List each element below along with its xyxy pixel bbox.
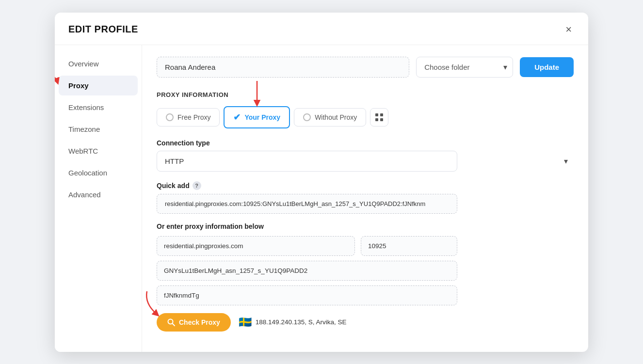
sidebar-item-advanced[interactable]: Advanced — [59, 185, 138, 205]
sidebar-item-webrtc[interactable]: WebRTC — [59, 141, 138, 161]
folder-select-wrap: Choose folder ▾ — [416, 57, 513, 78]
password-input[interactable] — [157, 285, 457, 305]
grid-icon-button[interactable] — [370, 108, 388, 127]
svg-line-8 — [173, 323, 175, 326]
svg-rect-4 — [375, 118, 378, 121]
check-icon: ✔ — [233, 112, 241, 123]
proxy-result: 🇸🇪 188.149.240.135, S, Arvika, SE — [239, 316, 347, 329]
proxy-tab-without[interactable]: Without Proxy — [294, 108, 366, 127]
sidebar: Overview Proxy Extensions Timezon — [55, 45, 142, 352]
modal-header: EDIT PROFILE × — [55, 13, 588, 45]
sidebar-item-proxy[interactable]: Proxy — [59, 76, 138, 95]
svg-rect-2 — [375, 113, 378, 116]
proxy-tab-without-label: Without Proxy — [315, 113, 357, 121]
proxy-tab-your-label: Your Proxy — [244, 113, 280, 121]
help-icon[interactable]: ? — [193, 181, 201, 190]
proxy-tab-free-label: Free Proxy — [177, 113, 210, 121]
close-button[interactable]: × — [563, 23, 575, 36]
connection-type-select[interactable]: HTTP HTTPS SOCKS4 SOCKS5 — [157, 151, 457, 172]
radio-without-icon — [303, 113, 311, 121]
proxy-tab-your[interactable]: ✔ Your Proxy — [224, 106, 290, 128]
content-area: Choose folder ▾ Update PROXY INFORMATION… — [142, 45, 588, 352]
proxy-tab-free[interactable]: Free Proxy — [157, 108, 220, 127]
proxy-section: PROXY INFORMATION Free Proxy — [157, 91, 574, 332]
your-proxy-wrap: ✔ Your Proxy — [224, 106, 290, 128]
proxy-tabs: Free Proxy — [157, 106, 574, 128]
quick-add-label: Quick add ? — [157, 181, 574, 190]
check-proxy-button[interactable]: Check Proxy — [157, 313, 231, 332]
top-bar: Choose folder ▾ Update — [157, 57, 574, 78]
search-icon — [167, 318, 175, 326]
host-input[interactable] — [157, 236, 355, 256]
edit-profile-modal: EDIT PROFILE × Overview Proxy — [55, 13, 588, 352]
sidebar-item-extensions[interactable]: Extensions — [59, 97, 138, 117]
arrow-icon-1 — [55, 72, 60, 91]
host-port-row — [157, 236, 457, 256]
radio-free-icon — [166, 113, 174, 121]
check-proxy-row: Check Proxy 🇸🇪 188.149.240.135, S, Arvik… — [157, 313, 574, 332]
grid-icon — [375, 113, 384, 122]
folder-select[interactable]: Choose folder — [416, 57, 513, 78]
quick-add-input[interactable] — [157, 194, 457, 214]
update-button[interactable]: Update — [520, 57, 574, 77]
proxy-section-title: PROXY INFORMATION — [157, 91, 574, 98]
or-label: Or enter proxy information below — [157, 222, 574, 230]
connection-type-label: Connection type — [157, 139, 574, 147]
sidebar-item-timezone[interactable]: Timezone — [59, 119, 138, 139]
username-input[interactable] — [157, 261, 457, 281]
svg-rect-3 — [380, 113, 383, 116]
port-input[interactable] — [361, 236, 457, 256]
sidebar-item-geolocation[interactable]: Geolocation — [59, 163, 138, 183]
sidebar-item-overview[interactable]: Overview — [59, 54, 138, 74]
modal-title: EDIT PROFILE — [68, 24, 138, 35]
proxy-result-text: 188.149.240.135, S, Arvika, SE — [256, 318, 347, 326]
profile-name-input[interactable] — [157, 57, 409, 78]
svg-rect-5 — [380, 118, 383, 121]
flag-icon: 🇸🇪 — [239, 316, 252, 329]
connection-chevron-icon: ▾ — [564, 157, 568, 166]
modal-body: Overview Proxy Extensions Timezon — [55, 45, 588, 352]
connection-type-wrap: HTTP HTTPS SOCKS4 SOCKS5 ▾ — [157, 151, 574, 172]
